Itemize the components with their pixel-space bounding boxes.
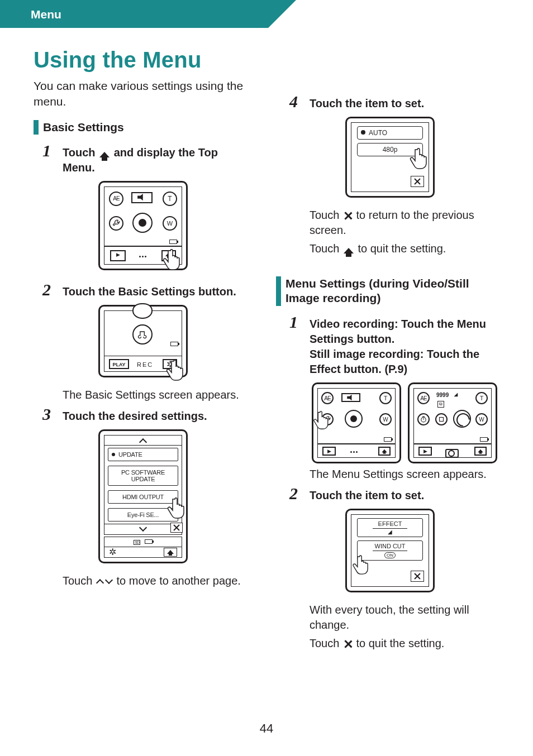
ae-icon: AE: [321, 392, 334, 404]
home-bottom-icon: [378, 447, 391, 456]
ae-icon: AE: [417, 392, 430, 404]
step4-note1: Touch to return to the previous screen.: [310, 208, 499, 238]
record-ring-icon: [132, 213, 153, 233]
battery-icon: [169, 240, 177, 244]
gear-button: [163, 359, 177, 369]
playback-bottom-icon: [418, 447, 432, 456]
menu-step2-note2: Touch to quit the setting.: [310, 636, 499, 651]
gear-icon: [109, 547, 116, 557]
speaker-icon: [131, 192, 153, 203]
home-icon: [99, 152, 110, 157]
figure-effect-list: EFFECT ◢ WIND CUT ON: [280, 509, 499, 592]
step2-note: The Basic Settings screen appears.: [63, 387, 253, 403]
list-item: UPDATE: [108, 448, 178, 461]
speaker-icon: [341, 393, 360, 402]
close-button: [170, 523, 183, 533]
home-icon: [344, 248, 354, 253]
section-basic-settings: Basic Settings: [34, 120, 253, 135]
list-item: WIND CUT ON: [357, 540, 423, 561]
step-text: Touch the Basic Settings button.: [63, 284, 253, 299]
step-text: Touch the item to set.: [310, 488, 499, 503]
step-number: 1: [42, 141, 55, 160]
list-item: HDMI OUTPUT: [108, 490, 178, 504]
wrench-icon: [109, 216, 123, 231]
still-frame: AE 9999 ◢ T ⧉ W: [408, 382, 497, 463]
counter-9999: 9999: [436, 392, 449, 398]
sd-icon: [134, 539, 140, 545]
scroll-up-button: [104, 436, 182, 446]
zoom-t-icon: T: [475, 392, 488, 404]
zoom-w-icon: W: [163, 216, 177, 231]
size-icon: ⧉: [437, 401, 444, 408]
header-title: Menu: [31, 8, 61, 21]
camera-icon: [445, 448, 456, 456]
svg-point-0: [421, 417, 426, 422]
page-number: 44: [0, 721, 533, 736]
list-item: Eye-Fi SE...: [108, 508, 178, 521]
sd-icon: ◢: [454, 392, 458, 397]
close-icon: [344, 640, 352, 648]
zoom-w-icon: W: [475, 413, 488, 425]
chevron-down-icon: [105, 577, 113, 585]
record-ring-icon: [345, 410, 363, 428]
basic-step-3: 3 Touch the desired settings.: [42, 405, 253, 424]
menu-step-1: 1 Video recording: Touch the Menu Settin…: [289, 313, 499, 377]
step-number: 3: [42, 405, 55, 424]
timer-icon: [417, 413, 430, 425]
close-button: [411, 176, 424, 187]
playback-bottom-icon: [322, 447, 336, 456]
home-bottom-icon: [474, 447, 487, 456]
step-number: 2: [42, 280, 55, 299]
video-frame: AE T W: [312, 382, 401, 463]
figure-dual-cam-frames: AE T W AE: [310, 382, 499, 463]
list-item: AUTO: [357, 126, 423, 140]
step-text-prefix: Touch: [63, 146, 98, 159]
effect-icon: [435, 413, 448, 425]
zoom-t-icon: T: [163, 192, 177, 206]
menu-step1-note: The Menu Settings screen appears.: [310, 467, 499, 482]
music-icon: [132, 324, 153, 344]
menu-step-2: 2 Touch the item to set.: [289, 484, 499, 503]
close-button: [411, 571, 424, 582]
dots-icon: [139, 256, 146, 257]
rec-label: REC: [137, 361, 153, 368]
list-item: 480p: [357, 143, 423, 156]
step-text: Video recording: Touch the Menu Settings…: [310, 317, 499, 377]
figure-basic-settings-button: PLAY REC: [34, 305, 253, 377]
dots-icon: [350, 451, 358, 453]
basic-step-1: 1 Touch and display the Top Menu.: [42, 141, 253, 175]
home-bottom-icon: [161, 250, 176, 261]
step4-note2: Touch to quit the setting.: [310, 241, 499, 256]
home-bottom-icon: [164, 548, 177, 557]
chevron-up-icon: [96, 577, 104, 585]
basic-step-4: 4 Touch the item to set.: [289, 92, 499, 111]
close-icon: [344, 212, 352, 220]
battery-icon: [170, 342, 178, 346]
figure-settings-list: UPDATE PC SOFTWARE UPDATE HDMI OUTPUT Ey…: [34, 429, 253, 563]
camera-ring-icon: [132, 303, 153, 319]
playback-bottom-icon: [110, 250, 126, 261]
zoom-w-icon: W: [379, 413, 392, 425]
battery-icon: [145, 539, 153, 544]
battery-icon: [480, 437, 488, 442]
intro-text: You can make various settings using the …: [34, 78, 253, 110]
step-text: Touch the desired settings.: [63, 409, 253, 424]
status-bar: [104, 537, 182, 547]
page-title: Using the Menu: [34, 47, 253, 73]
step-number: 4: [289, 92, 302, 111]
list-item: EFFECT ◢: [357, 518, 423, 537]
battery-icon: [384, 437, 392, 442]
figure-item-set: AUTO 480p: [280, 117, 499, 198]
play-button: PLAY: [109, 359, 129, 369]
step-number: 1: [289, 313, 302, 332]
list-item: PC SOFTWARE UPDATE: [108, 466, 178, 486]
menu-step2-note1: With every touch, the setting will chang…: [310, 602, 499, 633]
figure-top-menu: AE T W: [34, 181, 253, 270]
step3-note: Touch to move to another page.: [63, 573, 253, 588]
basic-step-2: 2 Touch the Basic Settings button.: [42, 280, 253, 299]
on-badge: ON: [384, 552, 396, 558]
shutter-icon: [453, 410, 471, 428]
ae-icon: AE: [109, 192, 123, 206]
wrench-icon: [321, 413, 334, 425]
section-menu-settings: Menu Settings (during Video/Still Image …: [276, 276, 499, 306]
